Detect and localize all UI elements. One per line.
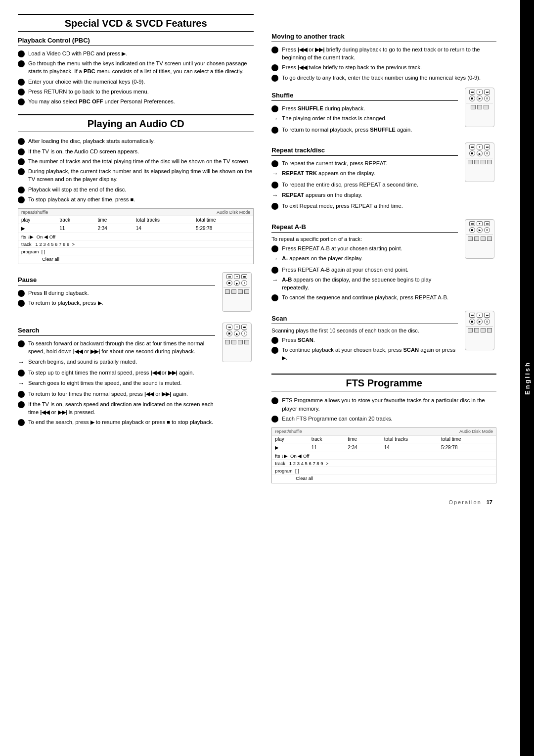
time-cell: 2:34 [97, 226, 135, 231]
remote-ab-play: ▶ [477, 227, 483, 233]
remote-s-next: ⏭ [241, 325, 247, 330]
bullet-icon [18, 148, 25, 155]
arrow-icon: → [271, 276, 278, 285]
fts-clear-all-btn[interactable]: Clear all [296, 475, 313, 481]
remote-sc-btn3: ⏭ [484, 313, 490, 318]
remote-btn-sq2 [231, 289, 236, 294]
remote-sh-row1: ⏮ ▼ ⏭ [469, 90, 490, 94]
remote-btn-sq3 [238, 289, 243, 294]
remote-rp-row2: ⏹ ▶ ⏸ [469, 150, 490, 156]
remote-image-pause: ⏮ ▼ ⏭ ⏹ ▶ ⏸ [220, 272, 254, 317]
table-col-headers: play track time total tracks total time [18, 216, 253, 224]
fts-total-time-cell: 5:29:78 [441, 445, 493, 450]
list-item: →The playing order of the tracks is chan… [271, 114, 458, 124]
fts-section: FTS Programme FTS Programme allows you t… [271, 374, 496, 483]
bullet-icon [18, 50, 25, 57]
list-item: You may also select PBC OFF under Person… [18, 97, 254, 105]
list-item: Each FTS Programme can contain 20 tracks… [271, 415, 496, 423]
bullet-icon [271, 337, 278, 344]
fts-col-total-tracks: total tracks [384, 436, 441, 442]
repeat-ab-text: Repeat A-B To repeat a specific portion … [271, 218, 458, 305]
scan-text-part: Scan Scanning plays the first 10 seconds… [271, 310, 458, 365]
bottom-bar: Operation 17 [18, 499, 496, 505]
bullet-icon [271, 203, 278, 210]
arrow-icon: → [18, 379, 25, 388]
bullet-icon [18, 370, 25, 377]
playing-audio-cd-section: Playing an Audio CD After loading the di… [18, 114, 254, 429]
fts-table: repeat/shuffle Audio Disk Mode play trac… [271, 427, 496, 483]
list-item: Press |◀◀ twice briefly to step back to … [271, 63, 496, 71]
remote-rp-sq3 [481, 160, 486, 164]
shuffle-list: Press SHUFFLE during playback. →The play… [271, 104, 458, 134]
remote-btn-sq4 [244, 289, 249, 294]
remote-image-shuffle: ⏮ ▼ ⏭ ⏹ ▶ ⏸ [463, 88, 496, 132]
repeat-ab-subtitle: Repeat A-B [271, 223, 458, 233]
remote-sh-div [466, 103, 493, 103]
program-text: program [ ] [21, 249, 45, 254]
playing-audio-cd-list: After loading the disc, playback starts … [18, 137, 254, 203]
page: English Special VCD & SVCD Features Play… [0, 0, 534, 756]
list-item: →A- appears on the player display. [271, 254, 458, 264]
fts-total-tracks-cell: 14 [384, 445, 441, 450]
remote-ab-btn1: ⏮ [469, 221, 475, 226]
list-item: To stop playback at any other time, pres… [18, 195, 254, 203]
remote-ab-row3 [468, 236, 492, 241]
bullet-icon [271, 182, 278, 189]
clear-all-btn[interactable]: Clear all [42, 256, 59, 262]
repeat-track-subtitle: Repeat track/disc [271, 146, 458, 156]
remote-rp-sq1 [468, 160, 473, 164]
search-text-part: Search To search forward or backward thr… [18, 322, 215, 429]
bullet-icon [271, 127, 278, 134]
clear-all-row: Clear all [18, 255, 253, 264]
remote-s-pause: ⏸ [241, 331, 247, 336]
program-row: program [ ] [18, 248, 253, 255]
repeat-ab-with-remote: Repeat A-B To repeat a specific portion … [271, 218, 496, 305]
arrow-icon: → [271, 191, 278, 200]
fts-program-row: program [ ] [272, 467, 496, 474]
list-item: Load a Video CD with PBC and press ▶. [18, 49, 254, 57]
bullet-icon [18, 187, 25, 193]
list-item: To return to four times the normal speed… [18, 390, 215, 398]
fts-fts-text: fts ↓▶ On ◀ Off [275, 453, 309, 459]
bullet-icon [18, 196, 25, 203]
bullet-icon [271, 397, 278, 404]
bullet-icon [18, 340, 25, 347]
fts-col-time: time [348, 436, 384, 442]
remote-row-1: ⏮ ▼ ⏭ [226, 274, 247, 279]
remote-sc-sq3 [481, 328, 486, 332]
bullet-icon [18, 60, 25, 67]
pause-text-part: Pause Press II during playback. To retur… [18, 271, 215, 310]
bullet-icon [18, 300, 25, 307]
search-with-remote: Search To search forward or backward thr… [18, 322, 254, 429]
search-section: Search To search forward or backward thr… [18, 322, 254, 429]
remote-ab-row1: ⏮ ▼ ⏭ [469, 221, 490, 226]
remote-row-s1: ⏮ ▼ ⏭ [226, 325, 247, 330]
shuffle-text-part: Shuffle Press SHUFFLE during playback. →… [271, 87, 458, 137]
remote-image-scan: ⏮ ▼ ⏭ ⏹ ▶ ⏸ [463, 311, 496, 355]
bullet-icon [18, 419, 25, 426]
remote-rp-btn3: ⏭ [484, 144, 490, 149]
play-btn-cell: ▶ [21, 226, 59, 231]
list-item: Playback will stop at the end of the dis… [18, 186, 254, 193]
shuffle-section: Shuffle Press SHUFFLE during playback. →… [271, 87, 496, 137]
remote-sc-play: ▶ [477, 319, 483, 325]
list-item: →REPEAT TRK appears on the display. [271, 169, 458, 179]
remote-sh-row2: ⏹ ▶ ⏸ [469, 95, 490, 101]
table-label-right: Audio Disk Mode [107, 210, 251, 215]
remote-rp-pause: ⏸ [484, 150, 490, 156]
scan-with-remote: Scan Scanning plays the first 10 seconds… [271, 310, 496, 365]
bullet-icon [18, 98, 25, 105]
remote-ab-row2: ⏹ ▶ ⏸ [469, 227, 490, 233]
remote-s-sq3 [238, 340, 243, 344]
fts-track-cell: 11 [312, 445, 348, 450]
remote-ab-sq1 [468, 236, 473, 241]
playing-audio-cd-title: Playing an Audio CD [18, 114, 254, 132]
list-item: Enter your choice with the numerical key… [18, 78, 254, 86]
remote-s-sq4 [244, 340, 249, 344]
total-tracks-cell: 14 [136, 226, 196, 231]
bullet-icon [271, 47, 278, 53]
remote-s-down: ▼ [234, 325, 240, 330]
list-item: To step up to eight times the normal spe… [18, 369, 215, 377]
scan-subtitle: Scan [271, 315, 458, 324]
list-item: →Search goes to eight times the speed, a… [18, 379, 215, 388]
